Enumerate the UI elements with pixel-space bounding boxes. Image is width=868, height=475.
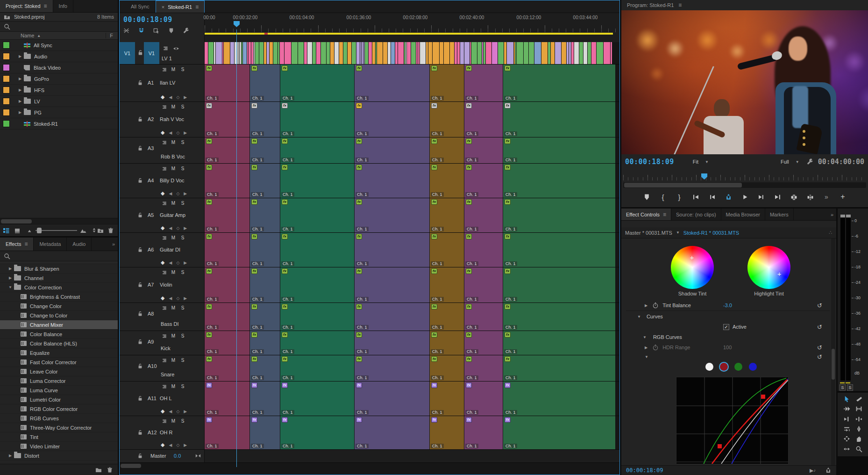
audio-clip[interactable]: fxCh. 1 xyxy=(430,164,464,198)
track-lock-icon[interactable] xyxy=(137,178,143,183)
audio-clip[interactable]: fxCh. 1 xyxy=(430,331,464,355)
audio-clip[interactable]: fxCh. 1 xyxy=(464,198,503,232)
track-id[interactable]: A11 xyxy=(148,396,160,401)
sequence-marker[interactable] xyxy=(264,33,268,35)
track-lock-icon[interactable] xyxy=(137,396,143,401)
prev-keyframe-icon[interactable]: ◀ xyxy=(169,260,172,265)
project-item-all-sync[interactable]: All Sync xyxy=(0,40,118,51)
fx-badge[interactable]: fx xyxy=(431,382,437,388)
ripple-edit-tool[interactable] xyxy=(843,416,850,424)
track-name[interactable]: Rob B Voc xyxy=(161,154,185,159)
keyframe-diamond-icon[interactable]: ◆ xyxy=(161,225,164,231)
effect-item-brightness-contrast[interactable]: Brightness & Contrast xyxy=(0,292,118,302)
solo-button[interactable]: S xyxy=(179,66,186,72)
panel-drag-handle[interactable]: ∴ xyxy=(829,230,832,236)
project-item-black-video[interactable]: Black Video xyxy=(0,62,118,73)
fx-badge[interactable]: fx xyxy=(431,356,437,362)
track-lock-icon[interactable] xyxy=(137,212,143,218)
fx-badge[interactable]: fx xyxy=(206,165,212,170)
fx-badge[interactable]: fx xyxy=(505,382,511,388)
effect-item-three-way-color-corrector[interactable]: Three-Way Color Corrector xyxy=(0,423,118,432)
keyframe-diamond-icon[interactable]: ◆ xyxy=(161,190,164,196)
audio-clip[interactable]: fxCh. 1 xyxy=(250,355,280,381)
panel-menu-icon[interactable]: ≡ xyxy=(678,2,682,8)
audio-clip[interactable]: fxCh. 1 xyxy=(205,381,249,416)
solo-right-button[interactable]: S xyxy=(847,384,853,391)
label-color-chip[interactable] xyxy=(3,98,10,105)
fx-badge[interactable]: fx xyxy=(206,332,212,338)
label-color-chip[interactable] xyxy=(3,64,10,71)
mute-button[interactable]: M xyxy=(170,418,177,424)
program-video-frame[interactable] xyxy=(621,10,868,154)
mute-button[interactable]: M xyxy=(170,66,177,72)
master-volume-value[interactable]: 0.0 xyxy=(174,453,181,459)
go-to-in-button[interactable] xyxy=(690,191,702,202)
audio-clip[interactable]: fxCh. 1 xyxy=(205,137,249,163)
add-keyframe-icon[interactable]: ◇ xyxy=(176,130,179,135)
sync-lock-icon[interactable] xyxy=(162,333,167,339)
audio-clip[interactable]: fxCh. 1 xyxy=(464,65,503,101)
audio-clip[interactable]: fxCh. 1 xyxy=(250,137,280,163)
delete-button[interactable] xyxy=(107,227,114,234)
next-keyframe-icon[interactable]: ▶ xyxy=(184,95,187,100)
slip-tool[interactable] xyxy=(843,435,850,443)
sync-lock-icon[interactable] xyxy=(162,270,167,275)
slide-tool[interactable] xyxy=(843,446,850,453)
twirl-icon[interactable]: ▶ xyxy=(16,54,24,58)
effect-item-change-color[interactable]: Change Color xyxy=(0,302,118,311)
solo-button[interactable]: S xyxy=(179,104,186,110)
sync-lock-icon[interactable] xyxy=(162,305,167,311)
track-lock-icon[interactable] xyxy=(137,80,143,86)
sync-lock-icon[interactable] xyxy=(162,166,167,172)
audio-clip[interactable]: fxCh. 1 xyxy=(280,198,354,232)
audio-clip[interactable]: fxCh. 1 xyxy=(250,331,280,355)
zoom-out-icon[interactable] xyxy=(27,228,33,233)
tab-effects[interactable]: Effects≡ xyxy=(0,238,34,251)
sync-lock-icon[interactable] xyxy=(162,104,167,110)
audio-clip[interactable]: fxCh. 1 xyxy=(250,65,280,101)
fx-badge[interactable]: fx xyxy=(251,65,257,71)
effect-item-fast-color-corrector[interactable]: Fast Color Corrector xyxy=(0,358,118,367)
pen-tool[interactable] xyxy=(855,425,862,433)
track-lock-icon[interactable] xyxy=(137,282,143,288)
column-name[interactable]: Name xyxy=(21,33,34,38)
twirl-icon[interactable]: ▶ xyxy=(7,266,14,271)
tab-all-sync[interactable]: All Sync xyxy=(125,0,156,13)
fx-badge[interactable]: fx xyxy=(251,268,257,274)
effects-folder-distort[interactable]: ▶Distort xyxy=(0,451,118,461)
fx-badge[interactable]: fx xyxy=(356,356,362,362)
audio-clip[interactable]: fxCh. 1 xyxy=(280,65,354,101)
export-frame-button[interactable] xyxy=(722,191,734,202)
twirl-icon[interactable]: ▶ xyxy=(7,276,14,280)
track-id[interactable]: A7 xyxy=(148,282,160,288)
blue-channel-dot[interactable] xyxy=(749,363,757,371)
audio-clip[interactable]: fxCh. 1 xyxy=(430,198,464,232)
track-id[interactable]: A4 xyxy=(148,178,160,183)
fx-badge[interactable]: fx xyxy=(356,165,362,170)
track-id[interactable]: A6 xyxy=(148,247,160,252)
audio-clip[interactable]: fxCh. 1 xyxy=(430,303,464,331)
fx-badge[interactable]: fx xyxy=(251,304,257,309)
fx-badge[interactable]: fx xyxy=(431,65,437,71)
fx-badge[interactable]: fx xyxy=(431,417,437,423)
next-keyframe-icon[interactable]: ▶ xyxy=(184,260,187,265)
audio-clip[interactable]: fxCh. 1 xyxy=(464,137,503,163)
mute-button[interactable]: M xyxy=(170,357,177,363)
add-keyframe-icon[interactable]: ◇ xyxy=(176,443,179,447)
tint-balance-value[interactable]: -3.0 xyxy=(723,302,732,308)
project-item-audio[interactable]: ▶Audio xyxy=(0,51,118,62)
audio-clip[interactable]: fxCh. 1 xyxy=(355,267,429,302)
audio-clip[interactable]: fxCh. 1 xyxy=(355,233,429,267)
program-timecode[interactable]: 00:00:18:09 xyxy=(625,158,674,166)
next-keyframe-icon[interactable]: ▶ xyxy=(184,130,187,135)
project-item-gopro[interactable]: ▶GoPro xyxy=(0,73,118,85)
twirl-icon[interactable]: ▼ xyxy=(643,335,647,339)
audio-clip[interactable]: fxCh. 1 xyxy=(503,164,615,198)
tab-metadata[interactable]: Metadata xyxy=(34,238,67,251)
tab-media-browser[interactable]: Media Browser xyxy=(721,209,765,220)
add-keyframe-icon[interactable]: ◇ xyxy=(176,95,179,100)
fx-badge[interactable]: fx xyxy=(505,138,511,144)
fx-badge[interactable]: fx xyxy=(466,199,472,205)
column-f[interactable]: F xyxy=(106,33,113,38)
prev-keyframe-icon[interactable]: ◀ xyxy=(169,95,172,100)
